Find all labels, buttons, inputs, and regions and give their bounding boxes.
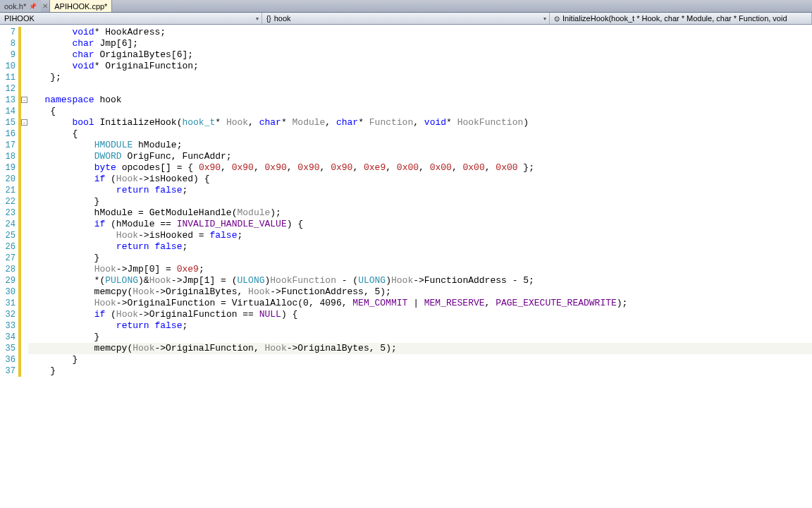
line-number: 27 — [0, 253, 16, 264]
line-number: 10 — [0, 61, 16, 72]
code-line[interactable]: char OriginalBytes[6]; — [28, 49, 812, 61]
code-line[interactable]: return false; — [28, 320, 812, 332]
namespace-icon: {} — [266, 15, 271, 23]
fold-toggle[interactable]: - — [21, 119, 27, 126]
code-line[interactable]: if (Hook->isHooked) { — [28, 174, 812, 185]
code-line[interactable]: }; — [28, 72, 812, 83]
close-icon[interactable]: ✕ — [41, 2, 49, 10]
code-line[interactable]: *(PULONG)&Hook->Jmp[1] = (ULONG)HookFunc… — [28, 275, 812, 286]
line-number: 37 — [0, 365, 16, 377]
code-line[interactable] — [28, 83, 812, 95]
code-line[interactable]: if (hModule == INVALID_HANDLE_VALUE) { — [28, 219, 812, 230]
line-number: 32 — [0, 309, 16, 320]
code-line[interactable]: hModule = GetModuleHandle(Module); — [28, 207, 812, 219]
scope-dropdown[interactable]: PIHOOK ▾ — [0, 13, 262, 24]
code-line[interactable]: char Jmp[6]; — [28, 38, 812, 49]
fold-column: -- — [21, 25, 28, 508]
code-line[interactable]: if (Hook->OriginalFunction == NULL) { — [28, 309, 812, 320]
code-line[interactable]: bool InitializeHook(hook_t* Hook, char* … — [28, 117, 812, 128]
code-line[interactable]: } — [28, 354, 812, 365]
line-number-gutter: 7891011121314151617181920212223242526272… — [0, 25, 18, 508]
namespace-label: hook — [274, 14, 291, 23]
pin-icon[interactable]: 📌 — [29, 3, 37, 10]
code-line[interactable]: } — [28, 253, 812, 264]
navigation-bar: PIHOOK ▾ {} hook ▾ ⊙ InitializeHook(hook… — [0, 13, 812, 25]
code-line[interactable]: Hook->isHooked = false; — [28, 230, 812, 241]
line-number: 23 — [0, 207, 16, 219]
fold-toggle[interactable]: - — [21, 97, 27, 103]
code-line[interactable]: byte opcodes[] = { 0x90, 0x90, 0x90, 0x9… — [28, 162, 812, 174]
code-line[interactable]: void* OriginalFunction; — [28, 61, 812, 72]
code-line[interactable]: memcpy(Hook->OriginalFunction, Hook->Ori… — [28, 343, 812, 354]
line-number: 34 — [0, 332, 16, 343]
line-number: 35 — [0, 343, 16, 354]
line-number: 17 — [0, 140, 16, 151]
line-number: 20 — [0, 174, 16, 185]
file-tabs-bar: ook.h* 📌 ✕ APIHOOK.cpp* — [0, 0, 812, 13]
line-number: 29 — [0, 275, 16, 286]
file-tab-inactive[interactable]: ook.h* 📌 — [0, 0, 41, 12]
code-line[interactable]: memcpy(Hook->OriginalBytes, Hook->Functi… — [28, 286, 812, 298]
line-number: 33 — [0, 320, 16, 332]
function-dropdown[interactable]: ⊙ InitializeHook(hook_t * Hook, char * M… — [550, 13, 812, 24]
line-number: 7 — [0, 27, 16, 38]
line-number: 16 — [0, 128, 16, 140]
code-line[interactable]: { — [28, 128, 812, 140]
line-number: 22 — [0, 196, 16, 207]
line-number: 28 — [0, 264, 16, 275]
line-number: 30 — [0, 286, 16, 298]
code-line[interactable]: { — [28, 106, 812, 117]
line-number: 11 — [0, 72, 16, 83]
namespace-dropdown[interactable]: {} hook ▾ — [262, 13, 550, 24]
line-number: 36 — [0, 354, 16, 365]
chevron-down-icon: ▾ — [256, 16, 259, 22]
code-line[interactable]: namespace hook — [28, 95, 812, 106]
line-number: 19 — [0, 162, 16, 174]
line-number: 26 — [0, 241, 16, 253]
line-number: 31 — [0, 298, 16, 309]
code-line[interactable]: } — [28, 332, 812, 343]
code-line[interactable]: } — [28, 196, 812, 207]
code-editor[interactable]: 7891011121314151617181920212223242526272… — [0, 25, 812, 508]
code-line[interactable]: DWORD OrigFunc, FuncAddr; — [28, 151, 812, 162]
code-area[interactable]: void* HookAdress; char Jmp[6]; char Orig… — [28, 25, 812, 508]
line-number: 15 — [0, 117, 16, 128]
code-line[interactable]: Hook->OriginalFunction = VirtualAlloc(0,… — [28, 298, 812, 309]
line-number: 24 — [0, 219, 16, 230]
function-icon: ⊙ — [554, 15, 560, 23]
code-line[interactable]: void* HookAdress; — [28, 27, 812, 38]
code-line[interactable]: Hook->Jmp[0] = 0xe9; — [28, 264, 812, 275]
code-line[interactable]: return false; — [28, 241, 812, 253]
chevron-down-icon: ▾ — [543, 16, 546, 22]
line-number: 14 — [0, 106, 16, 117]
tab-label: APIHOOK.cpp* — [54, 2, 107, 11]
line-number: 12 — [0, 83, 16, 95]
scope-label: PIHOOK — [4, 14, 35, 23]
code-line[interactable]: HMODULE hModule; — [28, 140, 812, 151]
code-line[interactable]: } — [28, 365, 812, 377]
line-number: 13 — [0, 95, 16, 106]
function-label: InitializeHook(hook_t * Hook, char * Mod… — [562, 14, 787, 23]
file-tab-active[interactable]: APIHOOK.cpp* — [49, 0, 112, 12]
code-line[interactable]: return false; — [28, 185, 812, 196]
tab-label: ook.h* — [4, 2, 26, 11]
line-number: 8 — [0, 38, 16, 49]
line-number: 21 — [0, 185, 16, 196]
line-number: 25 — [0, 230, 16, 241]
line-number: 9 — [0, 49, 16, 61]
line-number: 18 — [0, 151, 16, 162]
